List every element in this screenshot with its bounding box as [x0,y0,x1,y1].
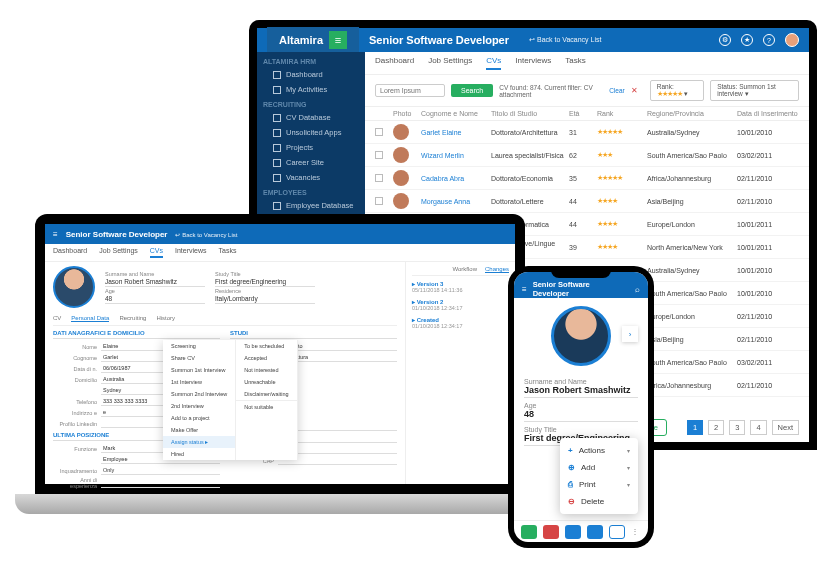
star-icon[interactable]: ★ [741,34,753,46]
sidebar-item-empdb[interactable]: Employee Database [257,198,365,213]
settings-icon[interactable]: ⚙ [719,34,731,46]
menu-item[interactable]: Summon 2nd Interview [163,388,235,400]
menu-item[interactable]: Add to a project [163,412,235,424]
tab-dashboard[interactable]: Dashboard [53,247,87,258]
menu-icon[interactable]: ≡ [329,31,347,49]
bottom-btn-4[interactable] [587,525,603,539]
menu-icon[interactable]: ≡ [522,285,527,294]
tab-interviews[interactable]: Interviews [515,56,551,70]
table-row[interactable]: Cadabra Abra Dottorato/Economia 35 ★★★★★… [365,167,809,190]
help-icon[interactable]: ? [763,34,775,46]
menu-item[interactable]: Screening [163,340,235,352]
menu-print[interactable]: ⎙Print▾ [560,476,638,493]
table-row[interactable]: Morgause Anna Dottorato/Lettere 44 ★★★★ … [365,190,809,213]
menu-delete[interactable]: ⊖Delete [560,493,638,510]
row-age: 62 [569,152,597,159]
menu-item[interactable]: Summon 1st Interview [163,364,235,376]
row-checkbox[interactable] [375,197,383,205]
row-age: 44 [569,221,597,228]
clear-link[interactable]: Clear [609,87,625,94]
version-item[interactable]: ▸ Version 201/10/2018 12:34:17 [412,298,509,311]
menu-item[interactable]: Hired [163,448,235,460]
subtab-history[interactable]: History [156,315,175,322]
row-stars: ★★★★★ [597,128,647,136]
row-name[interactable]: Cadabra Abra [421,175,491,182]
form-input[interactable] [101,479,220,488]
bottom-btn-1[interactable] [521,525,537,539]
row-checkbox[interactable] [375,174,383,182]
menu-item[interactable]: Share CV [163,352,235,364]
row-region: North America/New York [647,244,737,251]
chevron-down-icon: ▾ [627,481,630,488]
page-2[interactable]: 2 [708,420,724,435]
page-3[interactable]: 3 [729,420,745,435]
sidebar-item-unsolicited[interactable]: Unsolicited Apps [257,125,365,140]
tab-tasks[interactable]: Tasks [219,247,237,258]
sidebar-item-activities[interactable]: My Activities [257,82,365,97]
row-name[interactable]: Morgause Anna [421,198,491,205]
menu-item[interactable]: Unreachable [236,376,296,388]
subtab-recruiting[interactable]: Recruiting [119,315,146,322]
more-icon[interactable]: ⋮ [631,527,641,536]
form-label: Profilo Linkedin [53,421,101,427]
tab-jobsettings[interactable]: Job Settings [99,247,138,258]
status-filter[interactable]: Status: Summon 1st interview ▾ [710,80,799,101]
page-4[interactable]: 4 [750,420,766,435]
bottom-btn-5[interactable] [609,525,625,539]
row-name[interactable]: Garlet Elaine [421,129,491,136]
search-input[interactable] [375,84,445,97]
rank-filter[interactable]: Rank: ★★★★★ ▾ [650,80,704,101]
row-name[interactable]: Wizard Merlin [421,152,491,159]
menu-item[interactable]: 1st Interview [163,376,235,388]
version-item[interactable]: ▸ Created01/10/2018 12:34:17 [412,316,509,329]
subtab-cv[interactable]: CV [53,315,61,322]
menu-item[interactable]: To be scheduled [236,340,296,352]
sidebar-item-career[interactable]: Career Site [257,155,365,170]
rtab-workflow[interactable]: Workflow [452,266,477,273]
menu-item[interactable]: Disclaimer/waiting [236,388,296,400]
tab-dashboard[interactable]: Dashboard [375,56,414,70]
row-checkbox[interactable] [375,151,383,159]
vacancies-icon [273,174,281,182]
back-link[interactable]: ↩ Back to Vacancy List [175,231,237,238]
tab-tasks[interactable]: Tasks [565,56,585,70]
close-icon[interactable]: ✕ [631,86,638,95]
next-icon[interactable]: › [622,326,638,342]
version-item[interactable]: ▸ Version 305/11/2018 14:11:36 [412,280,509,293]
menu-item[interactable]: Accepted [236,352,296,364]
menu-item[interactable]: 2nd Interview [163,400,235,412]
page-1[interactable]: 1 [687,420,703,435]
subtab-personal[interactable]: Personal Data [71,315,109,322]
page-next[interactable]: Next [772,420,799,435]
search-icon[interactable]: ⌕ [635,285,640,294]
person-avatar [551,306,611,366]
bottom-btn-3[interactable] [565,525,581,539]
row-region: South America/Sao Paolo [647,152,737,159]
menu-add[interactable]: ⊕Add▾ [560,459,638,476]
menu-item[interactable]: Not suitable [236,400,296,413]
form-input[interactable]: Only [101,466,220,475]
tab-jobsettings[interactable]: Job Settings [428,56,472,70]
sidebar-item-projects[interactable]: Projects [257,140,365,155]
tab-cvs[interactable]: CVs [486,56,501,70]
menu-actions[interactable]: +Actions▾ [560,442,638,459]
bottom-btn-2[interactable] [543,525,559,539]
search-button[interactable]: Search [451,84,493,97]
row-date: 02/11/2010 [737,198,801,205]
row-date: 10/01/2010 [737,129,801,136]
sidebar-item-dashboard[interactable]: Dashboard [257,67,365,82]
sidebar-item-vacancies[interactable]: Vacancies [257,170,365,185]
menu-item[interactable]: Make Offer [163,424,235,436]
rtab-changes[interactable]: Changes [485,266,509,273]
table-row[interactable]: Wizard Merlin Laurea specialist/Fisica 6… [365,144,809,167]
row-checkbox[interactable] [375,128,383,136]
user-avatar[interactable] [785,33,799,47]
menu-item[interactable]: Not interested [236,364,296,376]
menu-icon[interactable]: ≡ [53,230,58,239]
menu-item[interactable]: Assign status ▸ [163,436,235,448]
table-row[interactable]: Garlet Elaine Dottorato/Architettura 31 … [365,121,809,144]
tab-interviews[interactable]: Interviews [175,247,207,258]
back-link[interactable]: ↩ Back to Vacancy List [529,36,601,44]
tab-cvs[interactable]: CVs [150,247,163,258]
sidebar-item-cvdb[interactable]: CV Database [257,110,365,125]
